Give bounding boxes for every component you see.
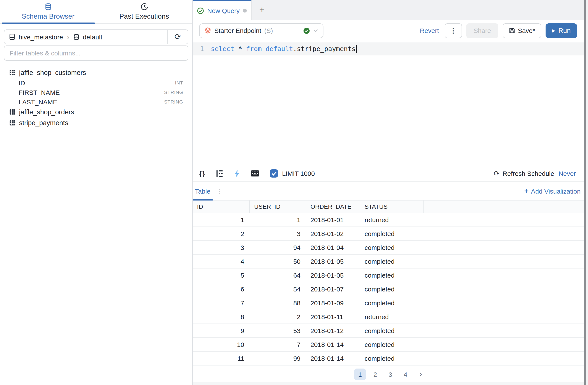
table-cell: 2018-01-07 <box>306 282 360 296</box>
filter-input[interactable] <box>4 49 188 57</box>
play-icon: ▶ <box>552 28 555 33</box>
limit-checkbox[interactable] <box>270 170 278 178</box>
indent-icon[interactable] <box>216 170 224 178</box>
table-cell-filler <box>424 241 588 254</box>
limit-toggle[interactable]: LIMIT 1000 <box>270 170 315 178</box>
add-visualization-button[interactable]: + Add Visualization <box>524 188 581 195</box>
column-name: LAST_NAME <box>19 98 57 106</box>
refresh-icon: ⟳ <box>174 32 181 42</box>
table-cell: completed <box>360 269 424 282</box>
table-grid-icon <box>9 109 16 115</box>
table-cell: completed <box>360 352 424 365</box>
share-button[interactable]: Share <box>466 23 498 38</box>
table-cell: 99 <box>250 352 306 365</box>
endpoint-status-icon <box>303 27 310 34</box>
new-tab-button[interactable]: + <box>252 0 272 20</box>
table-row: 9532018-01-12completed <box>193 324 588 338</box>
table-row: 232018-01-02completed <box>193 227 588 241</box>
table-item-jaffle-shop-customers[interactable]: jaffle_shop_customers <box>4 67 188 78</box>
clock-icon <box>141 3 148 10</box>
page-button-2[interactable]: 2 <box>369 368 381 380</box>
line-number: 1 <box>193 45 211 53</box>
vertical-scrollbar[interactable] <box>584 0 588 385</box>
tab-past-executions[interactable]: Past Executions <box>96 0 192 23</box>
table-name: jaffle_shop_customers <box>19 69 86 76</box>
table-cell: 54 <box>250 282 306 296</box>
table-cell: 2018-01-12 <box>306 324 360 337</box>
table-cell: 94 <box>250 241 306 254</box>
query-tabstrip: New Query + <box>193 0 588 20</box>
column-header-order-date[interactable]: ORDER_DATE <box>306 200 360 213</box>
breadcrumb-catalog[interactable]: hive_metastore <box>19 33 63 41</box>
table-row: 112018-01-01returned <box>193 213 588 227</box>
next-page-button[interactable]: › <box>415 368 426 380</box>
lightning-icon[interactable] <box>234 170 241 178</box>
table-cell: 3 <box>193 241 250 254</box>
column-item[interactable]: FIRST_NAME STRING <box>4 87 188 97</box>
refresh-schedule-value[interactable]: Never <box>559 170 576 177</box>
pagination: 1 2 3 4 › <box>193 366 588 382</box>
column-item[interactable]: ID INT <box>4 78 188 87</box>
table-cell: 53 <box>250 324 306 337</box>
tab-new-query[interactable]: New Query <box>193 0 252 20</box>
chevron-down-icon <box>313 29 318 32</box>
table-cell: completed <box>360 324 424 337</box>
refresh-schema-button[interactable]: ⟳ <box>167 30 188 44</box>
table-grid-icon <box>9 120 16 126</box>
table-cell: 10 <box>193 338 250 351</box>
format-query-button[interactable]: {} <box>199 170 206 178</box>
run-button-label: Run <box>558 27 571 34</box>
sql-endpoint-icon <box>204 27 211 34</box>
save-button-label: Save* <box>518 27 535 34</box>
plus-icon: + <box>524 188 528 195</box>
table-cell: 1 <box>193 213 250 227</box>
column-header-user-id[interactable]: USER_ID <box>250 200 306 213</box>
query-tab-title: New Query <box>207 7 240 15</box>
column-item[interactable]: LAST_NAME STRING <box>4 97 188 107</box>
table-name: jaffle_shop_orders <box>19 108 74 116</box>
results-tab-table[interactable]: Table <box>193 188 213 195</box>
table-cell: 2018-01-04 <box>306 241 360 254</box>
table-row: 3942018-01-04completed <box>193 241 588 255</box>
results-tab-kebab-icon[interactable]: ⋮ <box>217 188 223 194</box>
table-item-jaffle-shop-orders[interactable]: jaffle_shop_orders <box>4 107 188 117</box>
catalog-icon <box>9 33 16 40</box>
tab-past-executions-label: Past Executions <box>119 13 169 20</box>
table-cell: 2 <box>250 310 306 323</box>
table-cell-filler <box>424 324 588 337</box>
column-type: STRING <box>164 90 183 95</box>
scrollbar-thumb[interactable] <box>584 0 586 385</box>
page-button-3[interactable]: 3 <box>384 368 396 380</box>
keyboard-shortcuts-icon[interactable] <box>251 171 260 177</box>
add-visualization-label: Add Visualization <box>531 188 581 195</box>
breadcrumb-separator-icon: › <box>66 33 70 41</box>
table-cell: 2018-01-09 <box>306 296 360 310</box>
run-button[interactable]: ▶ Run <box>546 23 577 38</box>
table-row: 1072018-01-14completed <box>193 338 588 352</box>
table-cell: 7 <box>193 296 250 310</box>
column-name: ID <box>19 79 25 86</box>
tab-schema-browser[interactable]: Schema Browser <box>0 0 96 23</box>
more-options-button[interactable]: ⋮ <box>445 23 462 38</box>
sql-editor[interactable]: 1 select * from default.stripe_payments <box>193 41 588 166</box>
page-button-1[interactable]: 1 <box>354 368 366 380</box>
tab-schema-browser-label: Schema Browser <box>22 13 74 20</box>
table-item-stripe-payments[interactable]: stripe_payments <box>4 117 188 128</box>
editor-active-line[interactable]: 1 select * from default.stripe_payments <box>193 42 588 55</box>
save-button[interactable]: Save* <box>503 23 541 38</box>
revert-button[interactable]: Revert <box>420 27 439 34</box>
page-button-4[interactable]: 4 <box>400 368 411 380</box>
sql-query-editor-app: Schema Browser Past Executions <box>0 0 588 385</box>
breadcrumb-schema[interactable]: default <box>83 33 102 41</box>
code-line[interactable]: select * from default.stripe_payments <box>211 45 357 53</box>
table-cell: returned <box>360 310 424 323</box>
column-header-filler <box>424 200 588 213</box>
limit-label[interactable]: LIMIT 1000 <box>282 170 315 177</box>
table-cell-filler <box>424 213 588 227</box>
table-cell: completed <box>360 255 424 268</box>
column-header-id[interactable]: ID <box>193 200 250 213</box>
schema-icon <box>73 34 80 40</box>
column-header-status[interactable]: STATUS <box>360 200 424 213</box>
table-grid-icon <box>9 69 16 76</box>
endpoint-selector[interactable]: Starter Endpoint (S) <box>199 23 323 38</box>
